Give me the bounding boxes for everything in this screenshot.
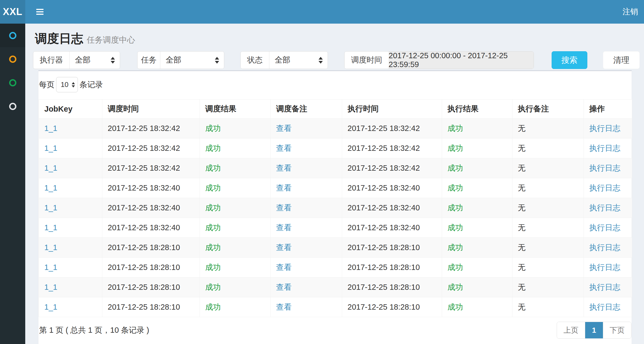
cell-jobkey[interactable]: 1_1 — [44, 184, 57, 192]
status-select[interactable]: 全部 — [269, 52, 328, 69]
cell-jobkey[interactable]: 1_1 — [44, 283, 57, 291]
cell-trigger_msg[interactable]: 查看 — [276, 203, 292, 212]
status-filter-label: 状态 — [241, 52, 269, 69]
page-length-value: 10 — [61, 80, 71, 89]
cell-jobkey[interactable]: 1_1 — [44, 144, 57, 152]
select-arrows-icon — [319, 57, 323, 64]
pagination-info: 第 1 页 ( 总共 1 页，10 条记录 ) — [39, 325, 149, 336]
cell-jobkey[interactable]: 1_1 — [44, 303, 57, 311]
cell-trigger_result: 成功 — [205, 203, 221, 212]
cell-trigger_result: 成功 — [205, 243, 221, 252]
cell-trigger_time: 2017-12-25 18:32:42 — [108, 124, 180, 133]
page-length-prefix: 每页 — [39, 79, 55, 90]
cell-handle_time: 2017-12-25 18:32:42 — [348, 144, 420, 152]
column-header-handle_result: 执行结果 — [442, 100, 512, 119]
cell-handle_time: 2017-12-25 18:32:42 — [348, 164, 420, 172]
cell-trigger_time: 2017-12-25 18:28:10 — [108, 263, 180, 272]
cell-action[interactable]: 执行日志 — [589, 283, 620, 291]
cell-trigger_result: 成功 — [205, 144, 221, 152]
cell-handle_result: 成功 — [447, 303, 463, 311]
table-row: 1_12017-12-25 18:32:42成功查看2017-12-25 18:… — [39, 138, 632, 158]
cell-trigger_msg[interactable]: 查看 — [276, 124, 292, 133]
cell-action[interactable]: 执行日志 — [589, 164, 620, 172]
table-footer: 第 1 页 ( 总共 1 页，10 条记录 ) 上页 1 下页 — [39, 322, 631, 339]
trigger-time-range-input[interactable]: 2017-12-25 00:00:00 - 2017-12-25 23:59:5… — [389, 52, 534, 69]
sidebar-nav — [0, 24, 25, 344]
cell-trigger_result: 成功 — [205, 223, 221, 232]
cell-handle_msg: 无 — [518, 164, 526, 172]
table-row: 1_12017-12-25 18:32:40成功查看2017-12-25 18:… — [39, 218, 632, 238]
current-page-button[interactable]: 1 — [585, 322, 603, 338]
cell-jobkey[interactable]: 1_1 — [44, 243, 57, 252]
clear-button[interactable]: 清理 — [603, 51, 640, 69]
cell-handle_msg: 无 — [518, 223, 526, 232]
cell-trigger_msg[interactable]: 查看 — [276, 303, 292, 311]
cell-handle_time: 2017-12-25 18:32:40 — [348, 223, 420, 232]
cell-trigger_result: 成功 — [205, 124, 221, 133]
cell-handle_result: 成功 — [447, 144, 463, 152]
prev-page-button[interactable]: 上页 — [557, 322, 585, 338]
cell-handle_time: 2017-12-25 18:28:10 — [348, 303, 420, 311]
cell-handle_result: 成功 — [447, 283, 463, 291]
search-button[interactable]: 搜索 — [552, 51, 587, 69]
cell-trigger_time: 2017-12-25 18:32:42 — [108, 144, 180, 152]
sidebar-item-job-log[interactable] — [0, 71, 25, 94]
executor-select-value: 全部 — [75, 55, 107, 65]
cell-handle_result: 成功 — [447, 203, 463, 212]
cell-action[interactable]: 执行日志 — [589, 184, 620, 192]
cell-trigger_msg[interactable]: 查看 — [276, 184, 292, 192]
page-subtitle: 任务调度中心 — [87, 35, 135, 46]
cell-trigger_msg[interactable]: 查看 — [276, 223, 292, 232]
sidebar-item-job-manage[interactable] — [0, 47, 25, 71]
cell-trigger_msg[interactable]: 查看 — [276, 283, 292, 291]
cell-jobkey[interactable]: 1_1 — [44, 203, 57, 212]
job-select-value: 全部 — [166, 55, 211, 65]
cell-action[interactable]: 执行日志 — [589, 223, 620, 232]
cell-handle_result: 成功 — [447, 184, 463, 192]
cell-trigger_result: 成功 — [205, 303, 221, 311]
cell-action[interactable]: 执行日志 — [589, 124, 620, 133]
column-header-trigger_msg: 调度备注 — [271, 100, 342, 119]
column-header-trigger_result: 调度结果 — [200, 100, 271, 119]
select-arrows-icon — [215, 57, 219, 64]
app-logo[interactable]: XXL — [0, 0, 25, 24]
circle-icon — [9, 103, 16, 110]
executor-filter-label: 执行器 — [33, 52, 69, 69]
executor-select[interactable]: 全部 — [69, 52, 120, 69]
job-select[interactable]: 全部 — [160, 52, 224, 69]
table-row: 1_12017-12-25 18:28:10成功查看2017-12-25 18:… — [39, 297, 632, 317]
cell-trigger_time: 2017-12-25 18:32:40 — [108, 184, 180, 192]
cell-action[interactable]: 执行日志 — [589, 263, 620, 272]
table-row: 1_12017-12-25 18:32:40成功查看2017-12-25 18:… — [39, 178, 632, 198]
sidebar-item-help[interactable] — [0, 94, 25, 118]
next-page-button[interactable]: 下页 — [603, 322, 631, 338]
circle-icon — [9, 32, 16, 39]
page-length-select[interactable]: 10 — [56, 77, 78, 92]
page-header: 调度日志 任务调度中心 — [25, 24, 644, 47]
cell-trigger_msg[interactable]: 查看 — [276, 164, 292, 172]
cell-action[interactable]: 执行日志 — [589, 203, 620, 212]
cell-jobkey[interactable]: 1_1 — [44, 124, 57, 133]
cell-jobkey[interactable]: 1_1 — [44, 263, 57, 272]
cell-trigger_msg[interactable]: 查看 — [276, 263, 292, 272]
logout-link[interactable]: 注销 — [620, 4, 640, 20]
cell-action[interactable]: 执行日志 — [589, 144, 620, 152]
sidebar-toggle-button[interactable] — [34, 6, 46, 17]
cell-trigger_time: 2017-12-25 18:32:40 — [108, 223, 180, 232]
cell-trigger_msg[interactable]: 查看 — [276, 243, 292, 252]
cell-trigger_time: 2017-12-25 18:28:10 — [108, 243, 180, 252]
cell-jobkey[interactable]: 1_1 — [44, 164, 57, 172]
status-filter-group: 状态 全部 — [240, 51, 328, 69]
cell-action[interactable]: 执行日志 — [589, 243, 620, 252]
sidebar-item-dashboard[interactable] — [0, 24, 25, 47]
cell-action[interactable]: 执行日志 — [589, 303, 620, 311]
cell-trigger_result: 成功 — [205, 263, 221, 272]
cell-jobkey[interactable]: 1_1 — [44, 223, 57, 232]
cell-trigger_result: 成功 — [205, 164, 221, 172]
circle-icon — [9, 56, 16, 63]
table-row: 1_12017-12-25 18:32:40成功查看2017-12-25 18:… — [39, 198, 632, 218]
cell-handle_msg: 无 — [518, 203, 526, 212]
cell-trigger_msg[interactable]: 查看 — [276, 144, 292, 152]
page-title: 调度日志 — [35, 31, 83, 47]
column-header-trigger_time: 调度时间 — [102, 100, 200, 119]
